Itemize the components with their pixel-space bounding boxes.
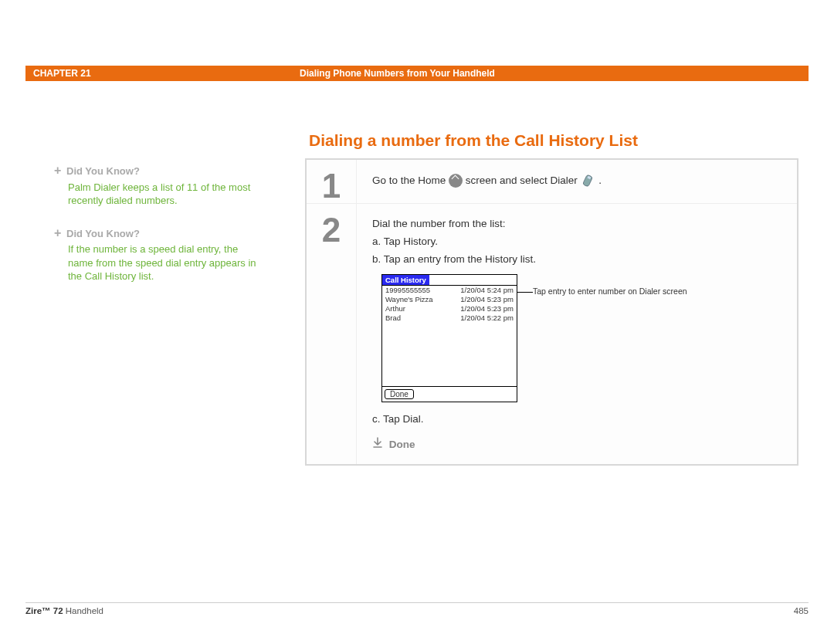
substep-c: c. Tap Dial. xyxy=(372,413,781,425)
callout-line xyxy=(517,292,533,293)
pda-entry[interactable]: Brad 1/20/04 5:22 pm xyxy=(382,314,517,323)
step1-text-c: . xyxy=(598,175,602,186)
callout-text: Tap entry to enter number on Dialer scre… xyxy=(533,286,687,296)
svg-rect-0 xyxy=(583,175,593,187)
did-you-know-block: +Did You Know? If the number is a speed … xyxy=(54,225,259,283)
did-you-know-block: +Did You Know? Palm Dialer keeps a list … xyxy=(54,162,259,208)
sidebar: +Did You Know? Palm Dialer keeps a list … xyxy=(54,162,259,300)
pda-entry-time: 1/20/04 5:22 pm xyxy=(460,314,514,323)
footer-product: Zire™ 72 Handheld xyxy=(25,606,103,615)
footer-product-rest: Handheld xyxy=(63,606,103,615)
done-label: Done xyxy=(389,439,415,450)
step-row-2: 2 Dial the number from the list: a. Tap … xyxy=(307,203,797,464)
pda-entry[interactable]: Arthur 1/20/04 5:23 pm xyxy=(382,304,517,314)
pda-frame: Call History 19995555555 1/20/04 5:24 pm… xyxy=(381,274,517,402)
step-body: Go to the Home screen and select Dialer … xyxy=(356,160,797,203)
pda-done-button[interactable]: Done xyxy=(385,389,414,399)
step1-text-a: Go to the Home xyxy=(372,175,449,186)
callout-label: Tap entry to enter number on Dialer scre… xyxy=(533,286,703,296)
did-you-know-title: Did You Know? xyxy=(66,228,140,239)
pda-screenshot-area: Call History 19995555555 1/20/04 5:24 pm… xyxy=(381,274,781,402)
step2-intro: Dial the number from the list: xyxy=(372,218,781,229)
footer-product-bold: Zire™ 72 xyxy=(25,606,63,615)
pda-history-list: 19995555555 1/20/04 5:24 pm Wayne's Pizz… xyxy=(382,286,517,386)
step-row-1: 1 Go to the Home screen and select Diale… xyxy=(307,160,797,203)
did-you-know-body: Palm Dialer keeps a list of 11 of the mo… xyxy=(68,181,259,208)
pda-entry-name: 19995555555 xyxy=(385,286,430,295)
chapter-label: CHAPTER 21 xyxy=(25,68,300,79)
pda-entry-name: Wayne's Pizza xyxy=(385,295,433,304)
substep-a: a. Tap History. xyxy=(372,236,781,247)
page-title: Dialing a number from the Call History L… xyxy=(309,131,638,150)
steps-box: 1 Go to the Home screen and select Diale… xyxy=(305,158,798,466)
step-number: 2 xyxy=(307,204,356,464)
pda-entry-name: Brad xyxy=(385,314,401,323)
pda-entry-time: 1/20/04 5:24 pm xyxy=(460,286,514,295)
pda-title-row: Call History xyxy=(382,275,517,286)
pda-footer: Done xyxy=(382,386,517,402)
step-number: 1 xyxy=(307,160,356,203)
plus-icon: + xyxy=(54,162,66,179)
pda-entry[interactable]: Wayne's Pizza 1/20/04 5:23 pm xyxy=(382,295,517,304)
done-arrow-icon xyxy=(372,437,383,450)
step-body: Dial the number from the list: a. Tap Hi… xyxy=(356,204,797,464)
substep-b: b. Tap an entry from the History list. xyxy=(372,253,781,265)
home-icon xyxy=(449,174,463,188)
pda-entry-time: 1/20/04 5:23 pm xyxy=(460,295,514,304)
pda-entry[interactable]: 19995555555 1/20/04 5:24 pm xyxy=(382,286,517,295)
page-footer: Zire™ 72 Handheld 485 xyxy=(25,602,809,615)
chapter-header-bar: CHAPTER 21 Dialing Phone Numbers from Yo… xyxy=(25,66,809,81)
pda-window-title: Call History xyxy=(382,275,429,285)
done-row: Done xyxy=(372,437,781,450)
footer-page-number: 485 xyxy=(794,606,809,615)
did-you-know-title: Did You Know? xyxy=(66,165,140,177)
pda-entry-time: 1/20/04 5:23 pm xyxy=(460,304,514,314)
step1-text-b: screen and select Dialer xyxy=(466,175,581,186)
dialer-icon xyxy=(580,174,595,188)
did-you-know-body: If the number is a speed dial entry, the… xyxy=(68,242,259,283)
chapter-title: Dialing Phone Numbers from Your Handheld xyxy=(300,68,809,79)
pda-entry-name: Arthur xyxy=(385,304,405,314)
plus-icon: + xyxy=(54,225,66,242)
